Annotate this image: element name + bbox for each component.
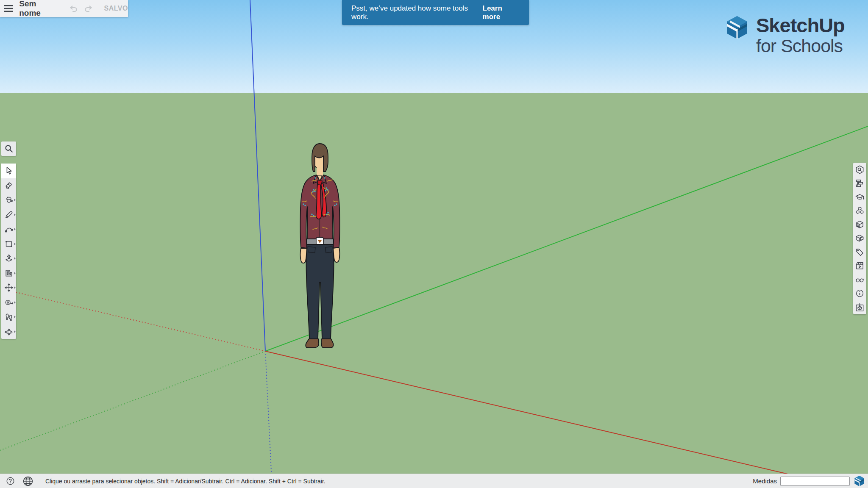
language-button[interactable] bbox=[22, 476, 33, 487]
panel-components[interactable] bbox=[853, 204, 866, 218]
materials-icon bbox=[855, 220, 865, 230]
brand-subtitle: for Schools bbox=[756, 37, 845, 55]
arc-icon bbox=[4, 225, 14, 234]
flyout-arrow-icon bbox=[14, 330, 16, 333]
right-panel-toolbar bbox=[853, 163, 866, 314]
import-model-icon bbox=[855, 302, 865, 312]
document-title[interactable]: Sem nome bbox=[19, 0, 56, 18]
outliner-icon bbox=[855, 178, 865, 188]
hamburger-icon bbox=[3, 5, 14, 12]
select-arrow-icon bbox=[4, 166, 14, 175]
tool-select[interactable] bbox=[1, 164, 16, 178]
hamburger-menu-button[interactable] bbox=[0, 0, 17, 17]
push-pull-icon bbox=[4, 254, 14, 263]
globe-icon bbox=[22, 476, 33, 487]
save-status-badge: SALVO bbox=[104, 5, 128, 12]
help-button[interactable] bbox=[6, 477, 15, 485]
flyout-arrow-icon bbox=[14, 214, 16, 216]
styles-icon bbox=[855, 233, 865, 243]
undo-arrow-icon bbox=[69, 5, 78, 12]
panel-materials[interactable] bbox=[853, 218, 866, 232]
learn-more-button[interactable]: Learn more bbox=[483, 4, 520, 21]
panel-import-model[interactable] bbox=[853, 300, 866, 314]
tool-push-pull[interactable] bbox=[1, 251, 16, 266]
figure-jeans bbox=[306, 244, 334, 339]
flyout-arrow-icon bbox=[14, 286, 16, 289]
tags-icon bbox=[855, 247, 865, 257]
panel-instructor[interactable] bbox=[853, 190, 866, 204]
figure-scarf-left bbox=[316, 181, 322, 219]
move-icon bbox=[4, 283, 14, 292]
panel-outliner[interactable] bbox=[853, 177, 866, 191]
model-info-icon bbox=[855, 288, 865, 298]
flyout-arrow-icon bbox=[14, 272, 16, 274]
tool-arc[interactable] bbox=[1, 222, 16, 237]
pencil-line-icon bbox=[4, 210, 14, 219]
tool-orbit[interactable] bbox=[1, 324, 16, 339]
panel-search-model[interactable] bbox=[853, 163, 866, 177]
paint-bucket-icon bbox=[4, 195, 14, 205]
figure-hand-right bbox=[333, 247, 340, 262]
tool-tape-measure[interactable] bbox=[1, 295, 16, 310]
redo-button[interactable] bbox=[82, 1, 95, 16]
redo-arrow-icon bbox=[84, 5, 93, 12]
flyout-arrow-icon bbox=[14, 199, 16, 201]
measurements-label: Medidas bbox=[753, 477, 777, 485]
magnifier-icon bbox=[4, 144, 14, 153]
scenes-icon bbox=[855, 261, 865, 271]
brand-name: SketchUp bbox=[756, 15, 845, 35]
tool-offset[interactable] bbox=[1, 266, 16, 281]
banner-message: Psst, we’ve updated how some tools work. bbox=[351, 4, 483, 21]
panel-tags[interactable] bbox=[853, 245, 866, 259]
panel-styles[interactable] bbox=[853, 232, 866, 246]
drawing-canvas[interactable] bbox=[0, 0, 868, 488]
figure-shoe-left bbox=[306, 339, 319, 348]
brand-logo: SketchUp for Schools bbox=[726, 15, 845, 55]
flyout-arrow-icon bbox=[14, 228, 16, 230]
figure-hand-left bbox=[300, 248, 307, 263]
tool-rectangle[interactable] bbox=[1, 237, 16, 252]
figure-shoe-right bbox=[322, 339, 334, 348]
tool-paint-bucket[interactable] bbox=[1, 193, 16, 208]
rectangle-icon bbox=[4, 239, 14, 249]
measurements-input[interactable] bbox=[780, 477, 850, 486]
panel-display[interactable] bbox=[853, 273, 866, 287]
search-tools-button[interactable] bbox=[1, 141, 16, 156]
flyout-arrow-icon bbox=[14, 243, 16, 245]
display-icon bbox=[855, 275, 865, 285]
left-toolbar bbox=[1, 164, 16, 339]
offset-icon bbox=[4, 269, 14, 278]
eraser-icon bbox=[4, 181, 14, 190]
components-icon bbox=[855, 206, 865, 216]
flyout-arrow-icon bbox=[14, 257, 16, 260]
search-model-icon bbox=[855, 165, 865, 175]
tool-walk[interactable] bbox=[1, 310, 16, 324]
sketchup-cube-logo-icon bbox=[726, 15, 748, 40]
question-circle-icon bbox=[6, 477, 15, 485]
tape-measure-icon bbox=[4, 298, 14, 307]
flyout-arrow-icon bbox=[14, 316, 16, 318]
panel-model-info[interactable] bbox=[853, 287, 866, 301]
sketchup-mini-logo bbox=[854, 475, 865, 487]
panel-scenes[interactable] bbox=[853, 259, 866, 273]
figure-scarf-knot bbox=[317, 180, 322, 185]
ground-plane bbox=[0, 93, 868, 474]
undo-button[interactable] bbox=[67, 1, 80, 16]
tool-move[interactable] bbox=[1, 280, 16, 295]
flyout-arrow-icon bbox=[14, 301, 16, 304]
title-bar: Sem nome SALVO bbox=[0, 0, 128, 17]
status-hint-text: Clique ou arraste para selecionar objeto… bbox=[45, 478, 326, 485]
tool-eraser[interactable] bbox=[1, 178, 16, 193]
orbit-icon bbox=[4, 327, 14, 336]
walk-icon bbox=[4, 312, 14, 322]
tool-pencil-line[interactable] bbox=[1, 208, 16, 222]
scale-figure-person[interactable] bbox=[287, 142, 351, 352]
instructor-icon bbox=[855, 192, 865, 202]
status-bar: Clique ou arraste para selecionar objeto… bbox=[0, 474, 868, 488]
notification-banner: Psst, we’ve updated how some tools work.… bbox=[342, 0, 529, 25]
